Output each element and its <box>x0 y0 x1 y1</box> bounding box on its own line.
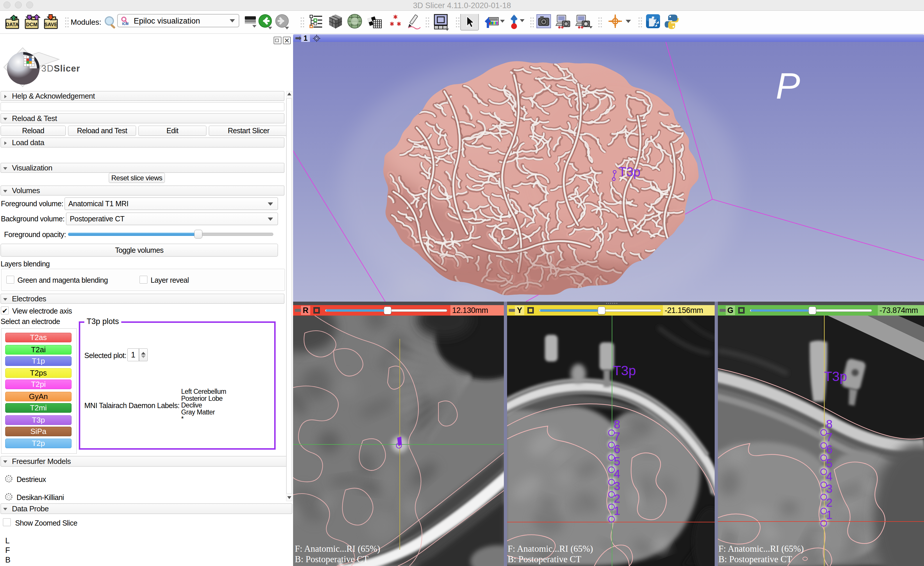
svg-text:F: Anatomic...RI (65%): F: Anatomic...RI (65%) <box>295 543 380 554</box>
svg-text:2: 2 <box>826 496 832 509</box>
svg-text:8: 8 <box>826 418 832 431</box>
svg-text:7: 7 <box>826 431 832 444</box>
svg-text:4: 4 <box>826 470 832 483</box>
svg-text:6: 6 <box>826 443 832 456</box>
svg-text:DCM: DCM <box>26 22 38 27</box>
svg-text:B: Postoperative CT: B: Postoperative CT <box>508 554 581 564</box>
svg-text:ICM: ICM <box>122 22 129 26</box>
svg-text:Epiloc visualization: Epiloc visualization <box>134 17 200 25</box>
svg-text:6: 6 <box>614 443 620 455</box>
svg-text:SAVE: SAVE <box>44 22 57 27</box>
svg-text:T3p: T3p <box>613 363 636 378</box>
svg-text:8: 8 <box>614 418 620 431</box>
svg-text:B: Postoperative CT: B: Postoperative CT <box>295 554 368 564</box>
svg-text:T3p: T3p <box>824 369 847 384</box>
svg-text:5: 5 <box>826 457 832 470</box>
svg-text:3: 3 <box>826 482 832 495</box>
svg-text:B: Postoperative CT: B: Postoperative CT <box>718 554 792 564</box>
svg-text:3D: 3D <box>41 63 54 74</box>
svg-text:7: 7 <box>614 430 620 443</box>
svg-text:4: 4 <box>614 467 620 480</box>
svg-text:T3p: T3p <box>618 165 640 179</box>
svg-text:5: 5 <box>614 455 620 468</box>
svg-text:P: P <box>776 65 800 107</box>
svg-text:1: 1 <box>826 508 832 521</box>
svg-text:F: Anatomic...RI (65%): F: Anatomic...RI (65%) <box>718 543 804 554</box>
svg-text:2: 2 <box>614 492 620 505</box>
svg-text:3: 3 <box>614 480 620 492</box>
svg-text:Slicer: Slicer <box>54 63 80 74</box>
svg-text:DATA: DATA <box>6 22 19 27</box>
svg-text:Modules:: Modules: <box>70 18 102 27</box>
svg-text:F: Anatomic...RI (65%): F: Anatomic...RI (65%) <box>508 543 593 554</box>
svg-text:1: 1 <box>614 504 620 517</box>
